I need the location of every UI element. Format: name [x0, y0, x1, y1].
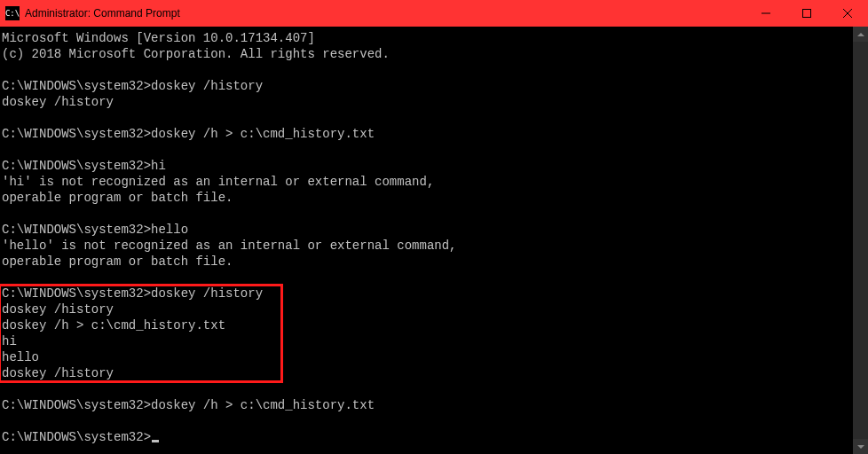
minimize-button[interactable] — [746, 0, 786, 27]
scrollbar[interactable] — [853, 27, 868, 454]
window-title: Administrator: Command Prompt — [25, 7, 746, 20]
scroll-up-arrow[interactable] — [853, 27, 868, 42]
maximize-button[interactable] — [786, 0, 827, 27]
svg-marker-4 — [857, 33, 864, 36]
scroll-down-arrow[interactable] — [853, 439, 868, 454]
svg-rect-1 — [803, 10, 811, 18]
close-button[interactable] — [827, 0, 868, 27]
terminal-area: Microsoft Windows [Version 10.0.17134.40… — [0, 27, 868, 454]
window-controls — [746, 0, 868, 27]
titlebar[interactable]: C:\ Administrator: Command Prompt — [0, 0, 868, 27]
terminal-output[interactable]: Microsoft Windows [Version 10.0.17134.40… — [0, 27, 853, 454]
svg-marker-5 — [857, 445, 864, 449]
cursor — [152, 440, 159, 442]
cmd-icon: C:\ — [5, 6, 20, 20]
